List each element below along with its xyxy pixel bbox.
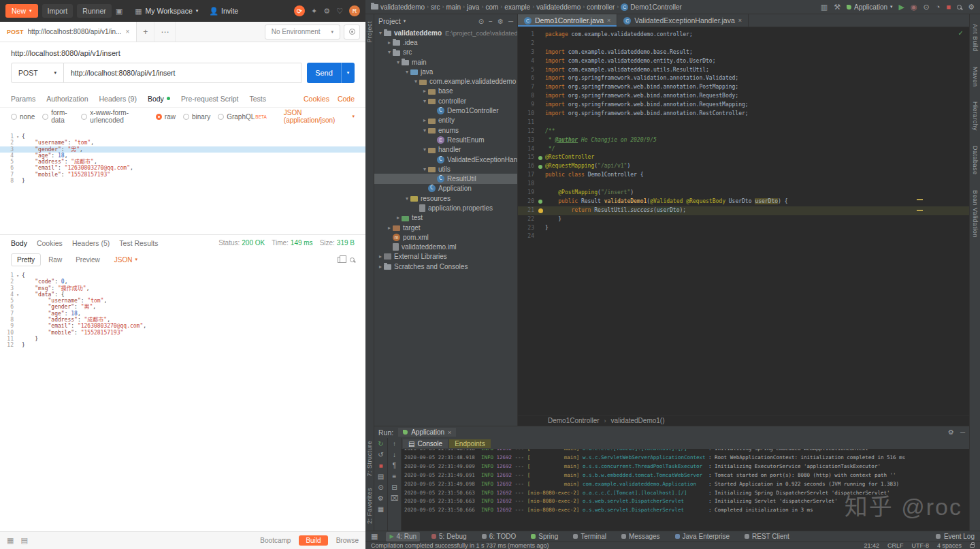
stripe-button-2-favorites[interactable]: 2: Favorites [366, 488, 373, 524]
chevron-right-icon[interactable]: ▸ [386, 40, 393, 46]
chevron-right-icon[interactable]: ▸ [386, 225, 393, 231]
close-icon[interactable]: × [738, 17, 742, 24]
chevron-down-icon[interactable]: ▾ [404, 69, 410, 75]
tree-item[interactable]: CDemo1Controller [374, 106, 517, 115]
run-icon[interactable]: ▶ [899, 3, 904, 12]
send-button[interactable]: Send [307, 63, 341, 83]
hide-icon[interactable]: ─ [508, 18, 513, 25]
breadcrumb-item[interactable]: validateddemo [536, 3, 581, 11]
settings-icon[interactable]: ⚙ [948, 428, 954, 436]
stripe-button-7-structure[interactable]: 7: Structure [366, 441, 373, 477]
heart-icon[interactable]: ♡ [336, 7, 343, 16]
coverage-icon[interactable]: ⊙ [924, 3, 930, 12]
tree-item[interactable]: ▸test [374, 213, 517, 223]
chevron-right-icon[interactable]: ▸ [377, 253, 384, 260]
chevron-down-icon[interactable]: ▾ [421, 146, 428, 153]
workspace-selector[interactable]: ▦My Workspace▾ [135, 7, 198, 16]
tree-item[interactable]: ▾main [374, 57, 517, 67]
stripe-button-bean-validation[interactable]: Bean Validation [972, 190, 979, 238]
build-link[interactable]: Build [299, 535, 327, 546]
debug-icon[interactable]: ◉ [911, 3, 917, 12]
search-everywhere-icon[interactable] [957, 5, 962, 10]
stop-icon[interactable]: ■ [946, 3, 951, 11]
stripe-button-maven[interactable]: Maven [972, 67, 979, 87]
chevron-right-icon[interactable]: ▸ [377, 264, 384, 270]
toolwindow-todo[interactable]: 6: TODO [478, 532, 520, 542]
tree-item[interactable]: CValidatedExceptionHandler [374, 155, 517, 164]
tree-item[interactable]: ▸.idea [374, 37, 517, 47]
clear-icon[interactable]: ⌧ [391, 495, 399, 502]
close-icon[interactable]: × [125, 28, 129, 35]
intention-bulb-icon[interactable] [538, 208, 543, 213]
response-tab-body[interactable]: Body [11, 239, 27, 247]
environment-selector[interactable]: No Environment▾ [265, 25, 340, 40]
breadcrumb-item[interactable]: validateddemo [371, 3, 425, 11]
run-tab-application[interactable]: Application × [398, 428, 456, 437]
tab-tests[interactable]: Tests [250, 95, 267, 103]
tree-item[interactable]: ▾controller [374, 96, 517, 106]
response-tab-cookies[interactable]: Cookies [37, 239, 63, 247]
stop-icon[interactable]: ■ [378, 462, 382, 469]
toolwindow-spring[interactable]: Spring [527, 532, 561, 542]
rerun-spring-icon[interactable]: ↺ [378, 451, 383, 458]
project-stripe-button[interactable]: Project [366, 21, 373, 43]
body-mode-form-data[interactable]: form-data [42, 109, 74, 124]
tree-item[interactable]: application.properties [374, 203, 517, 213]
tree-item[interactable]: ▾utils [374, 164, 517, 174]
chevron-right-icon[interactable]: ▸ [421, 88, 428, 94]
import-button[interactable]: Import [42, 4, 74, 18]
chevron-down-icon[interactable]: ▾ [421, 127, 428, 134]
up-stack-icon[interactable]: ↑ [393, 440, 396, 448]
search-icon[interactable] [350, 257, 355, 262]
invite-button[interactable]: 👤Invite [209, 7, 238, 16]
response-tab-headers-5-[interactable]: Headers (5) [72, 239, 110, 247]
profiler-icon[interactable]: ◔ [936, 3, 941, 11]
breadcrumb-item[interactable]: src [431, 3, 440, 11]
tree-item[interactable]: ▸entity [374, 116, 517, 125]
toolwindow-messages[interactable]: Messages [618, 532, 664, 542]
chevron-right-icon[interactable]: ▸ [421, 117, 428, 123]
new-tab-button[interactable]: + [137, 22, 154, 42]
code-editor[interactable]: ✓ 1package com.example.validateddemo.con… [518, 27, 969, 415]
console-icon[interactable]: ▤ [20, 536, 27, 545]
body-mode-binary[interactable]: binary [183, 113, 210, 121]
scroll-end-icon[interactable]: ≡ [393, 473, 397, 480]
down-stack-icon[interactable]: ↓ [393, 451, 396, 458]
response-tab-test-results[interactable]: Test Results [119, 239, 158, 247]
view-pretty[interactable]: Pretty [11, 253, 41, 266]
tree-item[interactable]: ▾com.example.validateddemo [374, 76, 517, 86]
tree-item[interactable]: ▸Scratches and Consoles [374, 262, 517, 271]
settings-icon[interactable]: ⚙ [323, 7, 330, 16]
print-icon[interactable]: ⊟ [391, 484, 397, 491]
content-type-selector[interactable]: JSON (application/json)▾ [284, 109, 355, 124]
editor-breadcrumb-item[interactable]: Demo1Controller [548, 417, 600, 424]
tab-options-button[interactable]: ⋯ [154, 22, 176, 42]
tree-item[interactable]: ▸base [374, 87, 517, 96]
environment-preview-button[interactable] [344, 25, 360, 40]
tab-body[interactable]: Body [148, 95, 170, 103]
tab-authorization[interactable]: Authorization [46, 95, 88, 103]
close-icon[interactable]: × [607, 17, 610, 24]
breadcrumb-item[interactable]: main [446, 3, 461, 11]
tree-item[interactable]: CApplication [374, 184, 517, 193]
toolwindow-rest[interactable]: REST Client [741, 532, 793, 542]
breadcrumb-item[interactable]: example [504, 3, 530, 11]
layout-icon[interactable]: ▦ [7, 536, 14, 545]
tree-item[interactable]: ▾java [374, 67, 517, 76]
run-configuration-selector[interactable]: Application▾ [847, 3, 892, 11]
soft-wrap-icon[interactable]: ¶ [393, 462, 396, 469]
open-new-icon[interactable]: ▣ [116, 7, 122, 16]
url-input[interactable] [64, 63, 301, 83]
avatar[interactable]: R [349, 5, 360, 16]
lock-icon[interactable] [970, 544, 975, 548]
chevron-down-icon[interactable]: ▾ [404, 195, 410, 202]
tab-pre-request-script[interactable]: Pre-request Script [181, 95, 239, 103]
chevron-down-icon[interactable]: ▾ [412, 78, 419, 84]
gc-icon[interactable]: ⊙ [378, 484, 383, 491]
tree-item[interactable]: ▸External Libraries [374, 252, 517, 262]
tree-item[interactable]: ▸target [374, 223, 517, 232]
pin-icon[interactable]: ▦ [378, 505, 384, 513]
tree-item[interactable]: mpom.xml [374, 232, 517, 242]
sync-icon[interactable]: ⟳ [294, 5, 305, 16]
dump-threads-icon[interactable]: ▤ [378, 473, 384, 480]
